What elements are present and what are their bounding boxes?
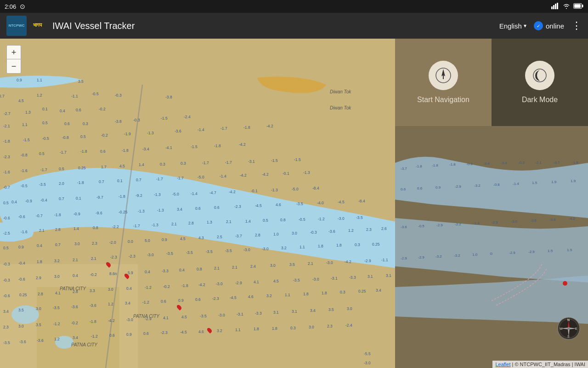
depth-4: 4.5 bbox=[18, 98, 24, 103]
depth-252: -1.8 bbox=[90, 319, 96, 324]
right-map-continuation[interactable]: -3.7 -1.8 -1.8 -1.8 -0.3 -3.4 -3.4 -0.3 … bbox=[395, 126, 588, 368]
depth-17: 1.1 bbox=[22, 122, 28, 127]
depth-140: 0.4 bbox=[37, 243, 42, 248]
depth-77: -4.2 bbox=[240, 173, 247, 178]
dark-mode-button[interactable]: Dark Mode bbox=[492, 39, 588, 126]
navigation-icon bbox=[429, 61, 458, 90]
battery-icon bbox=[573, 3, 583, 10]
depth-6: -1.1 bbox=[71, 94, 78, 98]
depth-51: -1.6 bbox=[21, 168, 28, 173]
depth-158: 2.3 bbox=[366, 227, 372, 232]
start-navigation-label: Start Navigation bbox=[417, 96, 469, 104]
depth-10: -2.7 bbox=[4, 111, 11, 116]
depth-132: 0.5 bbox=[263, 218, 268, 223]
depth-119: -1.6 bbox=[21, 230, 28, 234]
svg-text:-0.8: -0.8 bbox=[493, 183, 500, 187]
depth-71: 0.1 bbox=[117, 178, 123, 183]
depth-101: -0.7 bbox=[36, 213, 43, 218]
depth-58: 0.3 bbox=[160, 162, 165, 167]
depth-64: -1.5 bbox=[294, 157, 301, 162]
depth-280: 1.1 bbox=[235, 328, 241, 332]
depth-156: -3.6 bbox=[328, 229, 335, 234]
depth-262: 3.1 bbox=[273, 310, 279, 315]
depth-44: -1.8 bbox=[122, 148, 129, 153]
depth-251: -0.2 bbox=[71, 321, 78, 325]
zoom-in-button[interactable]: + bbox=[7, 46, 21, 59]
depth-33: -3.6 bbox=[175, 129, 181, 133]
depth-258: -3.5 bbox=[200, 314, 207, 318]
depth-43: 0.6 bbox=[100, 149, 106, 154]
depth-72: 0.7 bbox=[136, 178, 141, 182]
svg-text:0.9: 0.9 bbox=[435, 185, 441, 190]
depth-208: 3.3 bbox=[90, 288, 95, 293]
depth-38: -2.3 bbox=[3, 155, 10, 159]
language-selector[interactable]: English ▾ bbox=[499, 22, 526, 30]
depth-30: -0.2 bbox=[101, 133, 108, 138]
depth-40: 0.5 bbox=[39, 151, 45, 156]
depth-35: -1.7 bbox=[220, 126, 227, 131]
depth-2: 3.5 bbox=[78, 79, 84, 84]
depth-134: -0.5 bbox=[299, 217, 305, 222]
depth-84: -0.4 bbox=[40, 198, 47, 202]
depth-209: 3.0 bbox=[108, 287, 113, 292]
depth-261: -3.3 bbox=[255, 311, 262, 316]
depth-81: 0.5 bbox=[3, 201, 9, 205]
depth-127: 2.1 bbox=[171, 222, 177, 226]
depth-136: -3.0 bbox=[338, 216, 345, 221]
depth-87: -9.7 bbox=[96, 195, 103, 200]
svg-text:-3.7: -3.7 bbox=[401, 167, 407, 171]
svg-text:-3.2: -3.2 bbox=[435, 254, 442, 259]
patna-city-label-2: PATNA CITY bbox=[133, 314, 159, 319]
menu-icon[interactable]: ⋮ bbox=[571, 20, 582, 32]
depth-9: -3.8 bbox=[165, 95, 172, 99]
depth-226: 3.5 bbox=[18, 308, 24, 312]
depth-201: -2.9 bbox=[364, 259, 371, 263]
svg-text:0.6: 0.6 bbox=[417, 186, 423, 190]
depth-108: 3.4 bbox=[177, 207, 182, 212]
depth-196: 3.0 bbox=[270, 263, 276, 268]
dark-mode-label: Dark Mode bbox=[522, 96, 558, 104]
depth-109: 0.6 bbox=[195, 206, 201, 211]
depth-91: -5.0 bbox=[172, 192, 179, 196]
svg-text:-0.5: -0.5 bbox=[418, 224, 424, 228]
depth-75: -5.0 bbox=[198, 175, 204, 179]
depth-175: 3.2 bbox=[281, 246, 287, 250]
depth-203: -0.6 bbox=[3, 293, 10, 298]
depth-52: -1.7 bbox=[40, 167, 47, 172]
depth-114: -3.5 bbox=[296, 201, 303, 206]
top-bar: NTCPWC भागप IWAI Vessel Tracker English … bbox=[0, 13, 588, 39]
depth-240: 3.2 bbox=[266, 293, 272, 298]
map-river-svg bbox=[0, 39, 395, 368]
depth-181: -0.3 bbox=[3, 278, 10, 282]
leaflet-link[interactable]: Leaflet bbox=[495, 362, 510, 367]
depth-74: -1.7 bbox=[177, 176, 184, 180]
depth-170: -3.5 bbox=[186, 250, 193, 255]
patna-city-label-1: PATNA CITY bbox=[60, 286, 86, 291]
depth-7: -0.5 bbox=[92, 92, 99, 96]
zoom-out-button[interactable]: − bbox=[7, 59, 21, 73]
depth-67: -3.5 bbox=[39, 182, 46, 187]
depth-49: -4.2 bbox=[239, 142, 246, 147]
depth-191: 0.4 bbox=[179, 268, 185, 272]
depth-50: -1.6 bbox=[3, 170, 10, 174]
depth-161: -0.4 bbox=[18, 261, 25, 265]
depth-248: 3.0 bbox=[18, 324, 24, 328]
android-icon: ⊙ bbox=[20, 3, 25, 10]
depth-284: 3.0 bbox=[309, 325, 314, 329]
depth-276: -2.3 bbox=[161, 330, 168, 335]
chart-background[interactable]: 0.9 1.1 3.5 -0.7 4.5 1.2 -1.1 -0.5 -0.3 … bbox=[0, 39, 395, 368]
start-navigation-button[interactable]: Start Navigation bbox=[395, 39, 492, 126]
depth-268: -3.6 bbox=[19, 339, 26, 344]
depth-168: -3.0 bbox=[147, 253, 154, 257]
depth-103: -0.9 bbox=[74, 212, 80, 216]
depth-260: -3.1 bbox=[237, 312, 243, 316]
depth-256: 4.1 bbox=[163, 316, 169, 320]
depth-286: -2.4 bbox=[345, 323, 352, 328]
depth-112: -4.5 bbox=[255, 203, 262, 208]
depth-34: -1.4 bbox=[198, 127, 204, 132]
app-logo: NTCPWC भागप bbox=[6, 16, 47, 36]
signal-icon bbox=[551, 3, 560, 11]
svg-rect-5 bbox=[574, 4, 581, 8]
depth-257: 4.5 bbox=[181, 315, 187, 319]
depth-185: 0.4 bbox=[73, 273, 78, 278]
